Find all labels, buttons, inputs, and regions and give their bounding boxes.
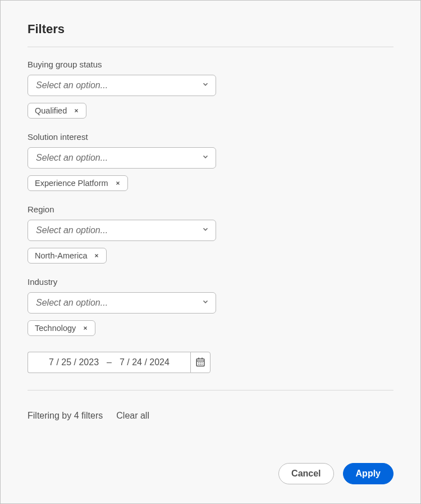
date-dash: – bbox=[99, 357, 120, 367]
calendar-icon bbox=[195, 357, 205, 369]
date-range-row: 7 / 25 / 2023 – 7 / 24 / 2024 bbox=[28, 352, 210, 373]
close-icon[interactable] bbox=[81, 324, 89, 332]
buying-group-status-tags: Qualified bbox=[28, 103, 393, 119]
calendar-button[interactable] bbox=[190, 352, 210, 373]
close-icon[interactable] bbox=[114, 179, 122, 187]
panel-title: Filters bbox=[28, 22, 393, 37]
solution-interest-label: Solution interest bbox=[28, 132, 393, 142]
status-row: Filtering by 4 filters Clear all bbox=[28, 411, 393, 421]
filter-solution-interest: Solution interest Select an option... Ex… bbox=[28, 132, 393, 191]
tag-qualified[interactable]: Qualified bbox=[28, 103, 86, 119]
tag-label: North-America bbox=[35, 251, 87, 260]
clear-all-link[interactable]: Clear all bbox=[116, 411, 149, 421]
tag-technology[interactable]: Technology bbox=[28, 320, 95, 336]
region-tags: North-America bbox=[28, 248, 393, 264]
region-select-wrap: Select an option... bbox=[28, 220, 216, 241]
filter-industry: Industry Select an option... Technology bbox=[28, 277, 393, 336]
solution-interest-select[interactable]: Select an option... bbox=[28, 147, 216, 169]
buying-group-status-select-wrap: Select an option... bbox=[28, 75, 216, 96]
date-range-input[interactable]: 7 / 25 / 2023 – 7 / 24 / 2024 bbox=[28, 352, 190, 373]
button-row: Cancel Apply bbox=[278, 463, 393, 484]
tag-label: Experience Platform bbox=[35, 179, 108, 188]
buying-group-status-select[interactable]: Select an option... bbox=[28, 75, 216, 96]
date-start: 7 / 25 / 2023 bbox=[49, 357, 99, 367]
tag-label: Qualified bbox=[35, 106, 67, 115]
filter-count-text: Filtering by 4 filters bbox=[28, 411, 103, 421]
close-icon[interactable] bbox=[93, 252, 100, 260]
close-icon[interactable] bbox=[72, 107, 80, 115]
tag-label: Technology bbox=[35, 324, 76, 333]
cancel-button[interactable]: Cancel bbox=[278, 463, 333, 484]
solution-interest-select-wrap: Select an option... bbox=[28, 147, 216, 169]
tag-experience-platform[interactable]: Experience Platform bbox=[28, 175, 128, 191]
solution-interest-tags: Experience Platform bbox=[28, 175, 393, 191]
filter-buying-group-status: Buying group status Select an option... … bbox=[28, 60, 393, 119]
tag-north-america[interactable]: North-America bbox=[28, 248, 107, 264]
filters-panel: Filters Buying group status Select an op… bbox=[0, 0, 421, 504]
divider-top bbox=[28, 47, 393, 47]
industry-tags: Technology bbox=[28, 320, 393, 336]
industry-label: Industry bbox=[28, 277, 393, 287]
region-select[interactable]: Select an option... bbox=[28, 220, 216, 241]
industry-select-wrap: Select an option... bbox=[28, 292, 216, 314]
industry-select[interactable]: Select an option... bbox=[28, 292, 216, 314]
divider-bottom bbox=[28, 390, 393, 391]
region-label: Region bbox=[28, 205, 393, 214]
filter-region: Region Select an option... North-America bbox=[28, 205, 393, 264]
apply-button[interactable]: Apply bbox=[343, 463, 393, 484]
buying-group-status-label: Buying group status bbox=[28, 60, 393, 69]
date-end: 7 / 24 / 2024 bbox=[120, 357, 170, 367]
